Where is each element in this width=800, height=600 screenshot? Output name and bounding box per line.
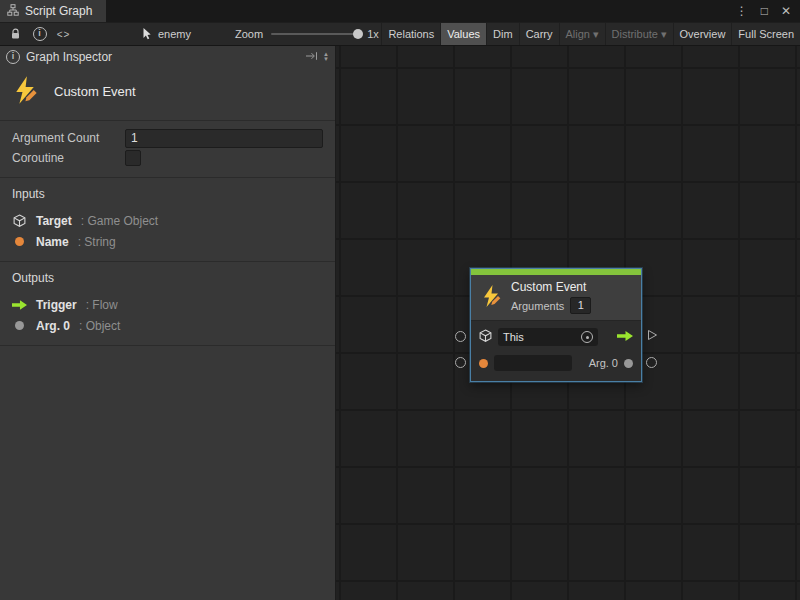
cube-icon: [479, 329, 492, 345]
info-icon: i: [6, 50, 20, 64]
target-dropdown[interactable]: This: [498, 328, 598, 346]
zoom-slider-handle[interactable]: [353, 29, 363, 39]
code-icon[interactable]: <>: [54, 25, 73, 43]
zoom-label: Zoom: [235, 28, 263, 40]
toolbar-left-icons: i <>: [0, 25, 134, 43]
distribute-button[interactable]: Distribute▾: [605, 23, 673, 45]
toolbar-buttons: Relations Values Dim Carry Align▾ Distri…: [381, 23, 800, 45]
outputs-heading: Outputs: [12, 271, 323, 285]
script-graph-window: Script Graph ⋮ □ ✕ i <> enemy Zoom 1x: [0, 0, 800, 600]
coroutine-checkbox[interactable]: [125, 150, 141, 166]
argument-count-label: Argument Count: [12, 131, 125, 145]
node-row-arg0: Arg. 0: [479, 353, 633, 373]
dim-button[interactable]: Dim: [486, 23, 519, 45]
inspector-title: Graph Inspector: [26, 50, 112, 64]
argument-count-input[interactable]: [125, 129, 323, 148]
titlebar: Script Graph ⋮ □ ✕: [0, 0, 800, 22]
string-port-dot: [479, 359, 488, 368]
custom-event-icon: [10, 75, 40, 108]
inputs-section: Inputs Target : Game Object Name : Strin…: [0, 178, 335, 262]
inputs-heading: Inputs: [12, 187, 323, 201]
output-row-arg0: Arg. 0 : Object: [12, 315, 323, 336]
node-row-target: This: [479, 327, 633, 347]
info-icon[interactable]: i: [30, 25, 49, 43]
close-icon[interactable]: ✕: [781, 4, 791, 18]
input-port-name[interactable]: [455, 357, 466, 368]
coroutine-label: Coroutine: [12, 151, 125, 165]
graph-inspector-panel: i Graph Inspector ▲▼ Custom Event: [0, 46, 336, 600]
arg0-label: Arg. 0: [589, 357, 618, 369]
dock-icon[interactable]: [305, 50, 318, 64]
maximize-icon[interactable]: □: [761, 4, 768, 18]
carry-button[interactable]: Carry: [519, 23, 559, 45]
target-dropdown-value: This: [503, 331, 524, 343]
coroutine-row: Coroutine: [12, 148, 323, 168]
chevron-down-icon: ▾: [661, 28, 667, 41]
node-body: This Arg. 0: [471, 320, 641, 381]
input-row-name: Name : String: [12, 231, 323, 252]
output-port-arg0[interactable]: [646, 357, 657, 368]
graph-canvas[interactable]: Custom Event Arguments 1 This: [336, 46, 800, 600]
content: i Graph Inspector ▲▼ Custom Event: [0, 46, 800, 600]
graph-breadcrumb[interactable]: enemy: [158, 28, 191, 40]
fullscreen-button[interactable]: Full Screen: [731, 23, 800, 45]
toolbar-middle: enemy Zoom 1x: [142, 27, 379, 42]
object-picker-icon[interactable]: [581, 331, 593, 343]
window-controls: ⋮ □ ✕: [736, 0, 800, 22]
inspector-event-title: Custom Event: [54, 84, 136, 99]
string-port-dot: [12, 237, 27, 246]
tab-title: Script Graph: [25, 4, 92, 18]
output-row-trigger: Trigger : Flow: [12, 294, 323, 315]
inspector-header: i Graph Inspector ▲▼: [0, 46, 335, 67]
tab-script-graph[interactable]: Script Graph: [0, 0, 106, 22]
node-arguments-field[interactable]: 1: [570, 297, 591, 314]
input-row-target: Target : Game Object: [12, 210, 323, 231]
custom-event-node[interactable]: Custom Event Arguments 1 This: [470, 268, 642, 382]
spinner-icon[interactable]: ▲▼: [323, 52, 329, 62]
node-title: Custom Event: [511, 280, 591, 294]
inspector-fields: Argument Count Coroutine: [0, 121, 335, 178]
overview-button[interactable]: Overview: [673, 23, 732, 45]
object-port-dot: [624, 359, 633, 368]
node-arguments-label: Arguments: [511, 300, 564, 312]
align-button[interactable]: Align▾: [559, 23, 605, 45]
output-port-trigger[interactable]: [647, 329, 658, 343]
zoom-value: 1x: [367, 28, 379, 40]
chevron-down-icon: ▾: [593, 28, 599, 41]
node-header[interactable]: Custom Event Arguments 1: [471, 275, 641, 320]
lock-icon[interactable]: [6, 25, 25, 43]
cube-icon: [12, 214, 27, 228]
arg0-input[interactable]: [494, 355, 572, 371]
toolbar: i <> enemy Zoom 1x Relations Values Dim …: [0, 22, 800, 46]
argument-count-row: Argument Count: [12, 128, 323, 148]
flow-arrow-icon: [617, 331, 633, 343]
outputs-section: Outputs Trigger : Flow Arg. 0 : Object: [0, 262, 335, 346]
object-port-dot: [12, 321, 27, 330]
relations-button[interactable]: Relations: [381, 23, 440, 45]
custom-event-icon: [479, 284, 503, 310]
cursor-icon: [142, 27, 153, 42]
script-graph-icon: [7, 4, 19, 19]
flow-arrow-icon: [12, 300, 27, 310]
zoom-slider[interactable]: [271, 33, 359, 35]
input-port-target[interactable]: [455, 331, 466, 342]
menu-icon[interactable]: ⋮: [736, 4, 748, 18]
inspector-event-header: Custom Event: [0, 67, 335, 121]
values-button[interactable]: Values: [440, 23, 486, 45]
